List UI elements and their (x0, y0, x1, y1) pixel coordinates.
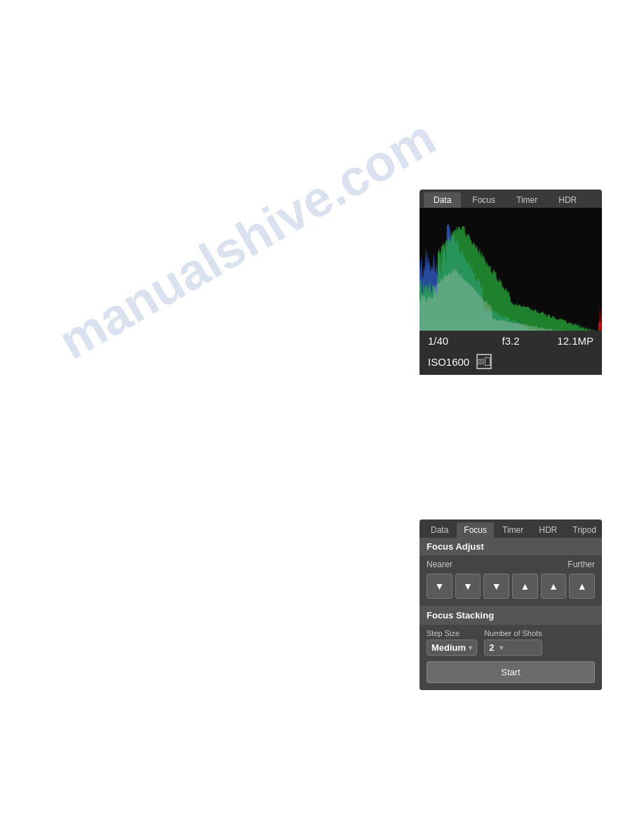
step-size-select[interactable]: Medium ▾ (427, 640, 477, 656)
watermark: manualshive.com (49, 108, 445, 370)
step-size-label: Step Size (427, 629, 477, 637)
metering-icon[interactable] (476, 354, 492, 369)
focus-labels: Nearer Further (427, 560, 595, 569)
svg-rect-1 (481, 361, 483, 363)
tab-hdr-bottom[interactable]: HDR (532, 522, 564, 538)
focus-nearer-small[interactable]: ▼ (483, 574, 509, 599)
top-panel: Data Focus Timer HDR 1/40 f3.2 12.1MP IS… (420, 190, 602, 375)
focus-further-medium[interactable]: ▲ (541, 574, 567, 599)
iso-bar: ISO1600 (420, 351, 602, 375)
tab-focus-top[interactable]: Focus (462, 192, 505, 208)
bottom-tab-bar: Data Focus Timer HDR Tripod (420, 519, 602, 538)
focus-stacking-area: Step Size Medium ▾ Number of Shots 2 ▾ S… (420, 624, 602, 690)
bottom-panel: Data Focus Timer HDR Tripod Focus Adjust… (420, 519, 602, 690)
histogram-red-edge (599, 208, 602, 331)
tab-timer-top[interactable]: Timer (507, 192, 547, 208)
focus-adjust-header: Focus Adjust (420, 538, 602, 555)
num-shots-label: Number of Shots (484, 629, 542, 637)
focus-further-large[interactable]: ▲ (569, 574, 595, 599)
num-shots-field: Number of Shots 2 ▾ (484, 629, 542, 656)
iso-value: ISO1600 (428, 356, 469, 368)
num-shots-select[interactable]: 2 ▾ (484, 640, 542, 656)
tab-data-bottom[interactable]: Data (424, 522, 455, 538)
svg-rect-0 (479, 359, 484, 364)
resolution: 12.1MP (538, 335, 593, 347)
nearer-label: Nearer (427, 560, 452, 569)
step-size-value: Medium (431, 642, 466, 653)
top-tab-bar: Data Focus Timer HDR (420, 190, 602, 208)
step-size-chevron: ▾ (469, 644, 472, 651)
tab-focus-bottom[interactable]: Focus (457, 522, 494, 538)
start-button[interactable]: Start (427, 661, 595, 683)
shutter-speed: 1/40 (428, 335, 483, 347)
further-label: Further (568, 560, 595, 569)
focus-adjust-area: Nearer Further ▼ ▼ ▼ ▲ ▲ ▲ (420, 555, 602, 606)
tab-data[interactable]: Data (424, 192, 461, 208)
num-shots-chevron: ▾ (499, 644, 503, 651)
step-size-field: Step Size Medium ▾ (427, 629, 477, 656)
focus-further-small[interactable]: ▲ (512, 574, 538, 599)
stacking-row: Step Size Medium ▾ Number of Shots 2 ▾ (427, 629, 595, 656)
focus-nearer-medium[interactable]: ▼ (455, 574, 481, 599)
histogram-area (420, 208, 602, 331)
aperture: f3.2 (483, 335, 539, 347)
tab-timer-bottom[interactable]: Timer (495, 522, 530, 538)
info-bar: 1/40 f3.2 12.1MP (420, 331, 602, 351)
focus-stacking-header: Focus Stacking (420, 607, 602, 624)
focus-nearer-large[interactable]: ▼ (427, 574, 452, 599)
focus-buttons: ▼ ▼ ▼ ▲ ▲ ▲ (427, 574, 595, 599)
tab-hdr-top[interactable]: HDR (549, 192, 586, 208)
tab-tripod-bottom[interactable]: Tripod (565, 522, 602, 538)
num-shots-value: 2 (489, 642, 494, 653)
